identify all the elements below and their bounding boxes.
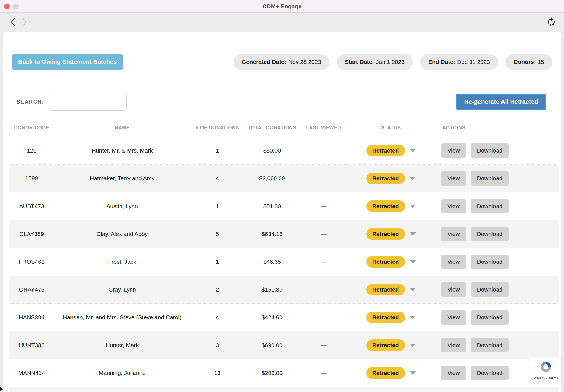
pill-value: 15 [538, 59, 544, 65]
status-badge[interactable]: Retracted [366, 367, 405, 379]
status-badge[interactable]: Retracted [366, 173, 405, 184]
download-button[interactable]: Download [471, 366, 508, 380]
window-title: CDM+ Engage [262, 3, 302, 10]
cell-status: Retracted [348, 192, 434, 220]
chevron-down-icon[interactable] [410, 371, 416, 375]
table-row: GRAY475 Gray, Lynn 2 $151.80 — Retracted… [9, 276, 559, 304]
download-button[interactable]: Download [471, 171, 508, 186]
view-button[interactable]: View [441, 310, 466, 325]
cell-num-donations: 2 [190, 276, 245, 304]
cell-last-viewed: — [299, 137, 348, 165]
status-badge[interactable]: Retracted [366, 284, 405, 295]
cell-status: Retracted [348, 304, 434, 331]
status-badge[interactable]: Retracted [366, 256, 405, 268]
status-badge-label: Retracted [372, 258, 399, 265]
chevron-down-icon[interactable] [410, 260, 416, 264]
navigation-toolbar [0, 13, 564, 32]
view-button[interactable]: View [441, 171, 466, 186]
view-button[interactable]: View [441, 199, 466, 213]
cell-total-donations: $2,000.00 [245, 165, 299, 192]
window-controls [4, 4, 19, 9]
status-badge-label: Retracted [372, 147, 399, 154]
download-button[interactable]: Download [471, 143, 508, 158]
cell-num-donations: 1 [190, 248, 245, 276]
cell-actions: View Download [434, 331, 559, 359]
forward-nav-button[interactable] [19, 17, 30, 28]
cell-status: Retracted [348, 220, 434, 248]
download-button[interactable]: Download [471, 310, 508, 325]
back-nav-button[interactable] [8, 17, 19, 28]
chevron-down-icon[interactable] [410, 177, 416, 180]
table-row: HANS394 Hansen, Mr. and Mrs. Steve (Stev… [9, 304, 559, 331]
cell-actions: View Download [434, 220, 559, 248]
cell-total-donations: $151.80 [245, 276, 299, 304]
status-badge[interactable]: Retracted [366, 228, 405, 240]
end-date-pill: End Date: Dec 31 2023 [420, 54, 498, 70]
chevron-down-icon[interactable] [410, 344, 416, 347]
chevron-down-icon[interactable] [410, 232, 416, 236]
table-row: 120 Hunter, Mr. & Mrs. Mark 1 $50.00 — R… [9, 137, 559, 165]
summary-pills: Generated Date: Nov 28 2023 Start Date: … [234, 54, 552, 70]
cell-status: Retracted [348, 359, 434, 387]
chevron-right-icon [21, 17, 28, 28]
refresh-icon [546, 17, 556, 28]
status-badge-label: Retracted [372, 370, 399, 376]
table-body: 120 Hunter, Mr. & Mrs. Mark 1 $50.00 — R… [9, 137, 559, 387]
start-date-pill: Start Date: Jan 1 2023 [337, 54, 413, 70]
inactive-window-button[interactable] [13, 4, 19, 9]
download-button[interactable]: Download [471, 255, 508, 269]
cell-total-donations: $51.80 [245, 192, 299, 220]
cell-donor-code: CLAY389 [9, 220, 55, 248]
cell-donor-code: MANN414 [9, 359, 55, 387]
back-to-batches-button[interactable]: Back to Giving Statement Batches [12, 54, 123, 70]
search-row: SEARCH: Re-generate All Retracted [3, 93, 561, 111]
status-badge-label: Retracted [372, 286, 399, 293]
cell-actions: View Download [434, 192, 559, 220]
cell-actions: View Download [434, 304, 559, 331]
table-row-partial [9, 387, 559, 392]
table-header: DONOR CODE NAME # OF DONATIONS TOTAL DON… [9, 119, 559, 137]
chevron-down-icon[interactable] [410, 205, 416, 208]
refresh-button[interactable] [546, 17, 556, 28]
regenerate-all-retracted-button[interactable]: Re-generate All Retracted [457, 95, 545, 109]
view-button[interactable]: View [441, 338, 466, 352]
cell-actions: View Download [434, 137, 559, 165]
chevron-left-icon [10, 17, 17, 28]
table-row: HUNT386 Hunter, Mark 3 $690.00 — Retract… [9, 331, 559, 359]
download-button[interactable]: Download [471, 227, 508, 241]
search-input[interactable] [49, 93, 127, 111]
cell-total-donations: $690.00 [245, 331, 299, 359]
close-window-button[interactable] [4, 4, 10, 9]
cell-status: Retracted [348, 248, 434, 276]
cell-donor-code: HUNT386 [9, 331, 55, 359]
cell-name: Frost, Jack [55, 248, 190, 276]
status-badge[interactable]: Retracted [366, 339, 405, 351]
cell-last-viewed: — [299, 248, 348, 276]
cell-num-donations: 4 [190, 165, 245, 192]
pill-label: End Date: [428, 59, 455, 65]
cell-donor-code: GRAY475 [9, 276, 55, 304]
cell-donor-code: 120 [9, 137, 55, 165]
chevron-down-icon[interactable] [410, 288, 416, 292]
cell-actions: View Download [434, 248, 559, 276]
view-button[interactable]: View [441, 227, 466, 241]
content-panel: Back to Giving Statement Batches Generat… [3, 32, 561, 392]
cell-last-viewed: — [299, 165, 348, 192]
status-badge[interactable]: Retracted [366, 145, 405, 156]
view-button[interactable]: View [441, 143, 466, 158]
status-badge[interactable]: Retracted [366, 312, 405, 323]
table-row: AUST473 Austin, Lynn 1 $51.80 — Retracte… [9, 192, 559, 220]
download-button[interactable]: Download [471, 282, 508, 297]
chevron-down-icon[interactable] [410, 149, 416, 153]
view-button[interactable]: View [441, 255, 466, 269]
cell-donor-code: 1599 [9, 165, 55, 192]
status-badge[interactable]: Retracted [366, 200, 405, 212]
download-button[interactable]: Download [471, 199, 508, 213]
view-button[interactable]: View [441, 366, 466, 380]
view-button[interactable]: View [441, 282, 466, 297]
download-button[interactable]: Download [471, 338, 508, 352]
cell-last-viewed: — [299, 331, 348, 359]
privacy-terms-link[interactable]: Privacy - Terms [533, 376, 558, 380]
chevron-down-icon[interactable] [410, 316, 416, 319]
pill-label: Generated Date: [242, 59, 286, 65]
